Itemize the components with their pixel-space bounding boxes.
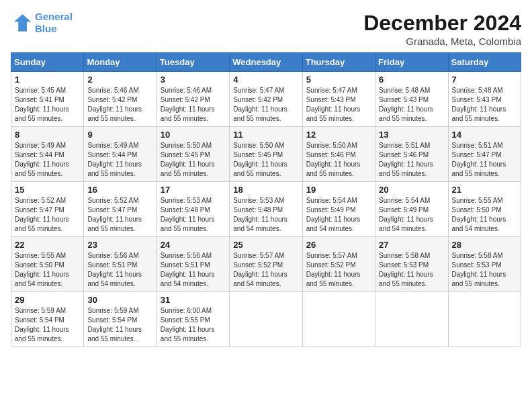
day-info: Sunrise: 5:46 AM Sunset: 5:42 PM Dayligh… — [87, 86, 152, 124]
day-number: 26 — [306, 240, 371, 250]
calendar-cell: 31 Sunrise: 6:00 AM Sunset: 5:55 PM Dayl… — [157, 292, 229, 347]
calendar-cell: 5 Sunrise: 5:47 AM Sunset: 5:43 PM Dayli… — [302, 72, 375, 127]
calendar-cell: 9 Sunrise: 5:49 AM Sunset: 5:44 PM Dayli… — [84, 127, 157, 182]
day-number: 31 — [161, 295, 226, 305]
day-info: Sunrise: 5:48 AM Sunset: 5:43 PM Dayligh… — [452, 86, 517, 124]
logo-line1: General — [35, 11, 73, 22]
calendar-week-4: 22 Sunrise: 5:55 AM Sunset: 5:50 PM Dayl… — [11, 237, 521, 292]
calendar-cell: 14 Sunrise: 5:51 AM Sunset: 5:47 PM Dayl… — [448, 127, 521, 182]
calendar-cell: 13 Sunrise: 5:51 AM Sunset: 5:46 PM Dayl… — [375, 127, 448, 182]
day-number: 10 — [161, 130, 226, 140]
day-info: Sunrise: 5:50 AM Sunset: 5:46 PM Dayligh… — [306, 141, 371, 179]
day-info: Sunrise: 5:50 AM Sunset: 5:45 PM Dayligh… — [233, 141, 298, 179]
svg-marker-0 — [14, 14, 32, 32]
col-tuesday: Tuesday — [157, 53, 229, 72]
day-number: 9 — [87, 130, 152, 140]
day-number: 28 — [452, 240, 517, 250]
calendar-cell: 10 Sunrise: 5:50 AM Sunset: 5:45 PM Dayl… — [157, 127, 229, 182]
day-number: 14 — [452, 130, 517, 140]
calendar-cell: 12 Sunrise: 5:50 AM Sunset: 5:46 PM Dayl… — [302, 127, 375, 182]
col-thursday: Thursday — [302, 53, 375, 72]
day-info: Sunrise: 5:57 AM Sunset: 5:52 PM Dayligh… — [306, 251, 371, 289]
day-number: 8 — [15, 130, 80, 140]
calendar-week-5: 29 Sunrise: 5:59 AM Sunset: 5:54 PM Dayl… — [11, 292, 521, 347]
calendar-header-row: Sunday Monday Tuesday Wednesday Thursday… — [11, 53, 521, 72]
day-info: Sunrise: 5:51 AM Sunset: 5:47 PM Dayligh… — [452, 141, 517, 179]
day-info: Sunrise: 5:54 AM Sunset: 5:49 PM Dayligh… — [379, 196, 444, 234]
main-title: December 2024 — [363, 11, 521, 36]
day-info: Sunrise: 5:53 AM Sunset: 5:48 PM Dayligh… — [161, 196, 226, 234]
day-info: Sunrise: 5:48 AM Sunset: 5:43 PM Dayligh… — [379, 86, 444, 124]
calendar-cell: 28 Sunrise: 5:58 AM Sunset: 5:53 PM Dayl… — [448, 237, 521, 292]
calendar-cell: 1 Sunrise: 5:45 AM Sunset: 5:41 PM Dayli… — [11, 72, 84, 127]
day-number: 19 — [306, 185, 371, 195]
calendar-cell: 6 Sunrise: 5:48 AM Sunset: 5:43 PM Dayli… — [375, 72, 448, 127]
calendar-cell: 25 Sunrise: 5:57 AM Sunset: 5:52 PM Dayl… — [230, 237, 302, 292]
calendar-cell: 21 Sunrise: 5:55 AM Sunset: 5:50 PM Dayl… — [448, 182, 521, 237]
day-info: Sunrise: 5:45 AM Sunset: 5:41 PM Dayligh… — [15, 86, 80, 124]
calendar-cell: 2 Sunrise: 5:46 AM Sunset: 5:42 PM Dayli… — [84, 72, 157, 127]
calendar-table: Sunday Monday Tuesday Wednesday Thursday… — [11, 52, 521, 347]
calendar-cell: 22 Sunrise: 5:55 AM Sunset: 5:50 PM Dayl… — [11, 237, 84, 292]
day-info: Sunrise: 5:52 AM Sunset: 5:47 PM Dayligh… — [87, 196, 152, 234]
day-info: Sunrise: 5:58 AM Sunset: 5:53 PM Dayligh… — [452, 251, 517, 289]
day-info: Sunrise: 5:49 AM Sunset: 5:44 PM Dayligh… — [15, 141, 80, 179]
day-number: 13 — [379, 130, 444, 140]
day-number: 18 — [233, 185, 298, 195]
col-sunday: Sunday — [11, 53, 84, 72]
day-number: 22 — [15, 240, 80, 250]
calendar-cell — [448, 292, 521, 347]
day-number: 24 — [161, 240, 226, 250]
logo: General Blue — [11, 11, 73, 35]
day-number: 11 — [233, 130, 298, 140]
page-header: General Blue December 2024 Granada, Meta… — [11, 11, 521, 47]
day-info: Sunrise: 5:59 AM Sunset: 5:54 PM Dayligh… — [87, 306, 152, 344]
col-monday: Monday — [84, 53, 157, 72]
day-info: Sunrise: 5:59 AM Sunset: 5:54 PM Dayligh… — [15, 306, 80, 344]
calendar-week-2: 8 Sunrise: 5:49 AM Sunset: 5:44 PM Dayli… — [11, 127, 521, 182]
day-info: Sunrise: 5:55 AM Sunset: 5:50 PM Dayligh… — [15, 251, 80, 289]
day-number: 15 — [15, 185, 80, 195]
day-number: 12 — [306, 130, 371, 140]
logo-line2: Blue — [35, 23, 57, 34]
calendar-week-1: 1 Sunrise: 5:45 AM Sunset: 5:41 PM Dayli… — [11, 72, 521, 127]
calendar-cell: 15 Sunrise: 5:52 AM Sunset: 5:47 PM Dayl… — [11, 182, 84, 237]
day-number: 4 — [233, 75, 298, 85]
day-info: Sunrise: 5:47 AM Sunset: 5:43 PM Dayligh… — [306, 86, 371, 124]
day-number: 2 — [87, 75, 152, 85]
day-number: 17 — [161, 185, 226, 195]
day-number: 16 — [87, 185, 152, 195]
col-friday: Friday — [375, 53, 448, 72]
day-info: Sunrise: 5:57 AM Sunset: 5:52 PM Dayligh… — [233, 251, 298, 289]
calendar-cell: 27 Sunrise: 5:58 AM Sunset: 5:53 PM Dayl… — [375, 237, 448, 292]
calendar-cell: 23 Sunrise: 5:56 AM Sunset: 5:51 PM Dayl… — [84, 237, 157, 292]
calendar-cell: 18 Sunrise: 5:53 AM Sunset: 5:48 PM Dayl… — [230, 182, 302, 237]
day-info: Sunrise: 5:47 AM Sunset: 5:42 PM Dayligh… — [233, 86, 298, 124]
calendar-cell: 19 Sunrise: 5:54 AM Sunset: 5:49 PM Dayl… — [302, 182, 375, 237]
calendar-cell: 20 Sunrise: 5:54 AM Sunset: 5:49 PM Dayl… — [375, 182, 448, 237]
calendar-cell: 30 Sunrise: 5:59 AM Sunset: 5:54 PM Dayl… — [84, 292, 157, 347]
day-number: 3 — [161, 75, 226, 85]
calendar-week-3: 15 Sunrise: 5:52 AM Sunset: 5:47 PM Dayl… — [11, 182, 521, 237]
logo-text: General Blue — [35, 11, 73, 35]
day-info: Sunrise: 5:56 AM Sunset: 5:51 PM Dayligh… — [161, 251, 226, 289]
calendar-cell: 24 Sunrise: 5:56 AM Sunset: 5:51 PM Dayl… — [157, 237, 229, 292]
day-number: 7 — [452, 75, 517, 85]
calendar-cell — [302, 292, 375, 347]
calendar-cell: 7 Sunrise: 5:48 AM Sunset: 5:43 PM Dayli… — [448, 72, 521, 127]
day-number: 25 — [233, 240, 298, 250]
calendar-cell — [375, 292, 448, 347]
day-info: Sunrise: 5:54 AM Sunset: 5:49 PM Dayligh… — [306, 196, 371, 234]
day-info: Sunrise: 5:50 AM Sunset: 5:45 PM Dayligh… — [161, 141, 226, 179]
day-number: 20 — [379, 185, 444, 195]
day-info: Sunrise: 5:49 AM Sunset: 5:44 PM Dayligh… — [87, 141, 152, 179]
title-section: December 2024 Granada, Meta, Colombia — [363, 11, 521, 47]
calendar-cell: 4 Sunrise: 5:47 AM Sunset: 5:42 PM Dayli… — [230, 72, 302, 127]
subtitle: Granada, Meta, Colombia — [363, 36, 521, 47]
col-wednesday: Wednesday — [230, 53, 302, 72]
calendar-cell: 17 Sunrise: 5:53 AM Sunset: 5:48 PM Dayl… — [157, 182, 229, 237]
calendar-cell: 11 Sunrise: 5:50 AM Sunset: 5:45 PM Dayl… — [230, 127, 302, 182]
calendar-cell — [230, 292, 302, 347]
day-number: 21 — [452, 185, 517, 195]
day-number: 27 — [379, 240, 444, 250]
